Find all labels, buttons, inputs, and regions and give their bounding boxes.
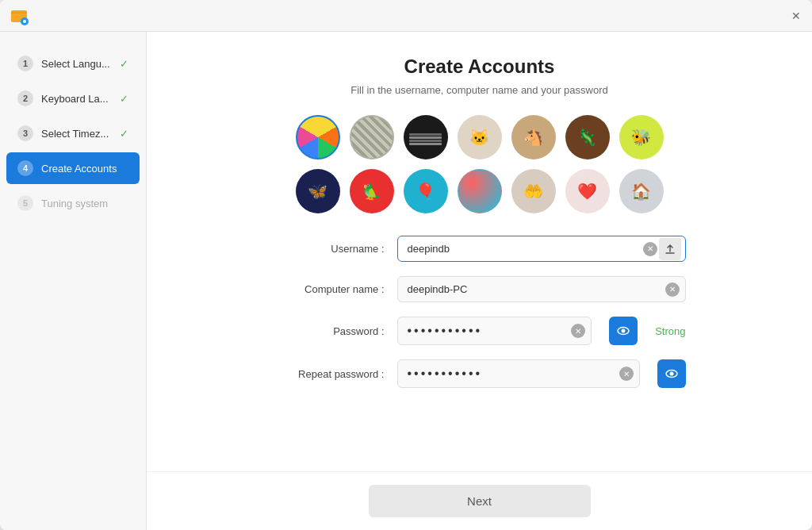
avatar-13[interactable]: ❤️ — [565, 169, 610, 213]
avatar-1[interactable] — [296, 115, 340, 159]
avatar-11[interactable] — [458, 169, 502, 213]
step-1-label: Select Langu... — [41, 58, 110, 70]
next-button[interactable]: Next — [369, 485, 591, 517]
avatar-7[interactable]: 🐝 — [619, 115, 664, 159]
username-upload-button[interactable] — [659, 238, 681, 260]
avatar-5[interactable]: 🐴 — [511, 115, 556, 159]
computer-name-row: Computer name : ✕ — [274, 276, 686, 302]
repeat-password-toggle-visibility-button[interactable] — [657, 359, 686, 388]
form-section: Username : ✕ — [274, 236, 686, 388]
avatar-9[interactable]: 🦜 — [350, 169, 394, 213]
content-area: Create Accounts Fill in the username, co… — [147, 32, 812, 530]
password-input-wrapper: ✕ — [397, 317, 592, 345]
page-title: Create Accounts — [404, 56, 555, 78]
computer-name-clear-button[interactable]: ✕ — [665, 282, 680, 297]
avatar-8[interactable]: 🦋 — [296, 169, 340, 213]
title-bar: ✕ — [0, 0, 812, 32]
computer-name-label: Computer name : — [274, 283, 385, 295]
avatar-4[interactable]: 🐱 — [458, 115, 502, 159]
computer-name-input[interactable] — [397, 276, 686, 302]
repeat-password-clear-button[interactable]: ✕ — [619, 367, 634, 381]
username-row: Username : ✕ — [274, 236, 686, 262]
step-1-number: 1 — [17, 56, 33, 71]
avatar-14[interactable]: 🏠 — [619, 169, 664, 213]
eye-icon-2 — [665, 367, 679, 381]
avatar-12[interactable]: 🤲 — [511, 169, 556, 213]
step-2-check: ✓ — [120, 93, 128, 105]
avatar-10[interactable]: 🎈 — [404, 169, 448, 213]
computer-name-input-wrapper: ✕ — [397, 276, 686, 302]
sidebar-item-timezone[interactable]: 3 Select Timez... ✓ — [6, 117, 140, 149]
avatar-2[interactable] — [350, 115, 394, 159]
step-2-label: Keyboard La... — [41, 93, 109, 105]
content-footer: Next — [147, 471, 812, 530]
step-5-number: 5 — [17, 195, 33, 211]
username-input[interactable] — [397, 236, 686, 262]
upload-icon — [665, 244, 676, 255]
avatar-row-2: 🦋 🦜 🎈 🤲 ❤️ 🏠 — [296, 169, 664, 213]
sidebar-item-tuning: 5 Tuning system — [6, 187, 140, 219]
avatar-grid: 🐱 🐴 🦎 🐝 🦋 🦜 🎈 🤲 ❤️ 🏠 — [296, 115, 664, 213]
repeat-password-input[interactable] — [397, 359, 640, 388]
content-body: Create Accounts Fill in the username, co… — [147, 32, 812, 471]
close-button[interactable]: ✕ — [790, 10, 802, 22]
password-strength-label: Strong — [655, 325, 685, 337]
sidebar: 1 Select Langu... ✓ 2 Keyboard La... ✓ 3… — [0, 32, 147, 530]
page-subtitle: Fill in the username, computer name and … — [350, 84, 607, 96]
avatar-3[interactable] — [404, 115, 448, 159]
sidebar-item-create-accounts[interactable]: 4 Create Accounts — [6, 152, 140, 184]
username-clear-button[interactable]: ✕ — [643, 242, 657, 256]
svg-point-6 — [669, 372, 673, 376]
app-icon — [10, 6, 29, 25]
main-content: 1 Select Langu... ✓ 2 Keyboard La... ✓ 3… — [0, 32, 812, 530]
step-4-number: 4 — [17, 160, 33, 176]
repeat-password-input-wrapper: ✕ — [397, 359, 640, 388]
avatar-row-1: 🐱 🐴 🦎 🐝 — [296, 115, 664, 159]
password-toggle-visibility-button[interactable] — [609, 317, 638, 345]
repeat-password-row: Repeat password : ✕ — [274, 359, 686, 388]
password-input[interactable] — [397, 317, 592, 345]
sidebar-item-select-language[interactable]: 1 Select Langu... ✓ — [6, 48, 140, 79]
step-1-check: ✓ — [120, 58, 128, 70]
step-3-number: 3 — [17, 125, 33, 141]
password-label: Password : — [274, 325, 385, 337]
setup-wizard-window: ✕ 1 Select Langu... ✓ 2 Keyboard La... ✓… — [0, 0, 812, 530]
step-3-check: ✓ — [120, 128, 128, 140]
sidebar-item-keyboard[interactable]: 2 Keyboard La... ✓ — [6, 83, 140, 114]
title-bar-left — [10, 6, 29, 25]
step-3-label: Select Timez... — [41, 128, 109, 140]
svg-point-4 — [622, 329, 626, 333]
eye-icon — [616, 324, 630, 338]
svg-point-2 — [23, 20, 26, 23]
step-2-number: 2 — [17, 90, 33, 106]
avatar-6[interactable]: 🦎 — [565, 115, 610, 159]
step-4-label: Create Accounts — [41, 163, 117, 175]
username-label: Username : — [274, 243, 385, 255]
step-5-label: Tuning system — [41, 198, 108, 209]
repeat-password-label: Repeat password : — [274, 368, 385, 380]
username-input-wrapper: ✕ — [397, 236, 686, 262]
password-row: Password : ✕ Strong — [274, 317, 686, 345]
